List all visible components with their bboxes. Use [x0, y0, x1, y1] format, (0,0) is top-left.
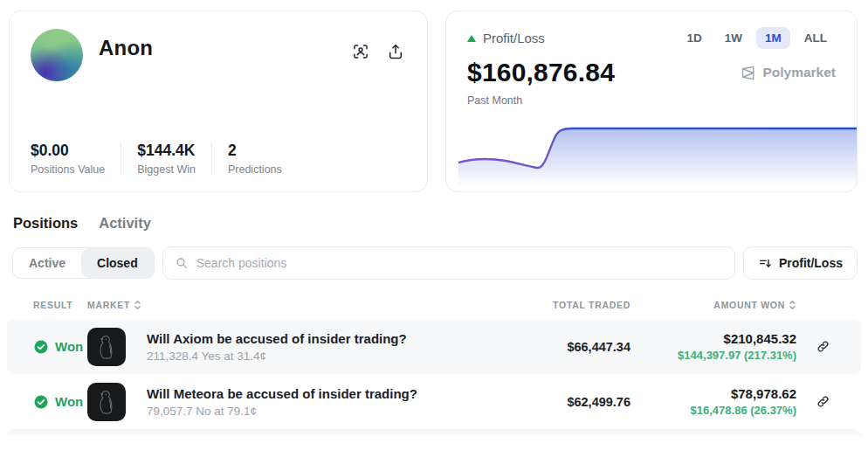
profit-value: $144,397.97 (217.31%): [630, 349, 796, 362]
profit-value: $16,478.86 (26.37%): [630, 404, 796, 417]
search-box: [162, 246, 735, 280]
link-cell: [796, 394, 849, 409]
tab-activity[interactable]: Activity: [99, 215, 151, 232]
amount-won-value: $78,978.62: [630, 386, 796, 401]
market-position: 211,328.4 Yes at 31.4¢: [147, 350, 499, 363]
pnl-label: Profit/Loss: [483, 31, 545, 45]
column-market[interactable]: MARKET: [87, 300, 499, 310]
stat-value: 2: [228, 142, 282, 160]
search-icon: [175, 256, 189, 270]
pnl-title: Profit/Loss: [467, 31, 545, 45]
range-1m[interactable]: 1M: [756, 27, 790, 49]
range-1d[interactable]: 1D: [678, 27, 710, 49]
link-icon[interactable]: [816, 339, 830, 354]
range-all[interactable]: ALL: [796, 27, 836, 49]
range-selector: 1D 1W 1M ALL: [678, 27, 836, 49]
market-position: 79,057.7 No at 79.1¢: [147, 405, 499, 418]
profile-card: Anon $0.: [9, 10, 428, 192]
market-title[interactable]: Will Meteora be accused of insider tradi…: [147, 386, 499, 401]
status-toggle: Active Closed: [12, 247, 155, 279]
stat-predictions: 2 Predictions: [211, 142, 298, 176]
result-label: Won: [55, 339, 83, 354]
pnl-period: Past Month: [467, 94, 836, 107]
brand-label: Polymarket: [762, 65, 836, 80]
range-1w[interactable]: 1W: [716, 27, 751, 49]
polymarket-brand: Polymarket: [740, 65, 836, 81]
penguin-doodle-icon: [89, 329, 124, 364]
section-tabs: Positions Activity: [13, 215, 868, 232]
table-header: RESULT MARKET TOTAL TRADED AMOUNT WON: [7, 291, 861, 319]
column-amount-won[interactable]: AMOUNT WON: [630, 300, 796, 310]
search-input[interactable]: [196, 256, 723, 270]
stat-label: Positions Value: [31, 163, 105, 176]
sort-arrows-icon: [789, 300, 796, 310]
polymarket-logo-icon: [740, 65, 756, 81]
face-scan-icon[interactable]: [352, 43, 369, 60]
stat-positions-value: $0.00 Positions Value: [31, 142, 121, 176]
pnl-sparkline-chart: [458, 121, 857, 187]
sort-button-label: Profit/Loss: [779, 256, 843, 270]
amount-won-cell: $78,978.62 $16,478.86 (26.37%): [630, 386, 796, 417]
triangle-up-icon: [467, 35, 476, 42]
pnl-value-row: $160,876.84 Polymarket: [467, 58, 836, 87]
sort-descending-icon: [758, 256, 772, 270]
pnl-value: $160,876.84: [467, 58, 615, 87]
stat-label: Predictions: [228, 163, 282, 176]
stat-label: Biggest Win: [137, 163, 196, 176]
profile-page: Anon $0.: [0, 0, 868, 471]
result-label: Won: [55, 394, 83, 409]
profile-name: Anon: [99, 36, 153, 60]
market-title[interactable]: Will Axiom be accused of insider trading…: [147, 331, 499, 346]
check-circle-icon: [33, 339, 49, 355]
check-circle-icon: [33, 394, 49, 410]
profile-header: Anon: [31, 29, 406, 81]
profit-loss-sort-button[interactable]: Profit/Loss: [743, 246, 858, 280]
pnl-header: Profit/Loss 1D 1W 1M ALL: [467, 27, 836, 49]
toggle-closed[interactable]: Closed: [81, 248, 154, 278]
avatar: [31, 29, 83, 81]
sparkline-svg: [458, 121, 857, 187]
table-row[interactable]: Won Will Meteora be accused of insider t…: [7, 374, 861, 429]
sort-arrows-icon: [134, 300, 141, 310]
share-upload-icon[interactable]: [387, 43, 404, 60]
stat-value: $0.00: [31, 142, 105, 160]
amount-won-value: $210,845.32: [630, 331, 796, 346]
profile-actions: [352, 43, 404, 60]
pnl-card: Profit/Loss 1D 1W 1M ALL $160,876.84 Pol…: [445, 10, 858, 192]
table-row[interactable]: Won Will Axiom be accused of insider tra…: [7, 319, 861, 374]
result-cell: Won: [19, 394, 87, 410]
link-cell: [796, 339, 849, 354]
tab-positions[interactable]: Positions: [13, 215, 78, 232]
amount-won-cell: $210,845.32 $144,397.97 (217.31%): [630, 331, 796, 362]
market-image: [87, 383, 126, 421]
column-total-traded: TOTAL TRADED: [499, 300, 630, 310]
market-cell: Will Axiom be accused of insider trading…: [136, 331, 499, 363]
total-traded-value: $66,447.34: [499, 340, 630, 354]
next-row-peek: [7, 429, 861, 436]
profile-stats: $0.00 Positions Value $144.4K Biggest Wi…: [31, 142, 406, 176]
result-cell: Won: [19, 339, 87, 355]
stat-biggest-win: $144.4K Biggest Win: [121, 142, 211, 176]
column-result: RESULT: [19, 300, 87, 310]
toggle-active[interactable]: Active: [13, 248, 81, 278]
market-cell: Will Meteora be accused of insider tradi…: [136, 386, 499, 418]
filters-bar: Active Closed Profit/Loss: [12, 246, 858, 280]
total-traded-value: $62,499.76: [499, 395, 630, 409]
positions-table: RESULT MARKET TOTAL TRADED AMOUNT WON: [0, 291, 868, 436]
stat-value: $144.4K: [137, 142, 196, 160]
penguin-doodle-icon: [89, 384, 124, 419]
link-icon[interactable]: [816, 394, 830, 409]
top-section: Anon $0.: [0, 0, 868, 192]
market-image: [87, 328, 126, 366]
